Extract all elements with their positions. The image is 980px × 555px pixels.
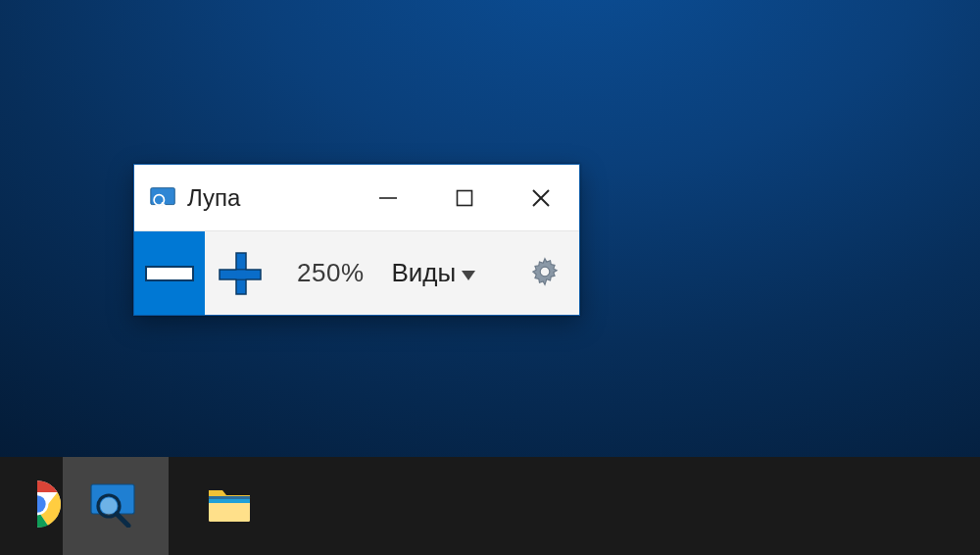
svg-point-15 xyxy=(28,495,45,512)
taskbar-item-magnifier[interactable] xyxy=(63,457,169,555)
maximize-button[interactable] xyxy=(426,165,503,230)
magnifier-toolbar: 250% Виды xyxy=(134,231,579,315)
svg-rect-22 xyxy=(209,496,250,499)
desktop-background[interactable]: Лупа xyxy=(0,0,980,555)
svg-rect-9 xyxy=(237,270,246,278)
zoom-out-button[interactable] xyxy=(134,231,205,315)
svg-point-18 xyxy=(101,498,118,515)
zoom-level-label: 250% xyxy=(297,258,365,288)
folder-icon xyxy=(205,482,254,530)
zoom-in-button[interactable] xyxy=(205,231,275,315)
minimize-button[interactable] xyxy=(350,165,426,230)
close-button[interactable] xyxy=(503,165,579,230)
svg-line-19 xyxy=(117,514,128,526)
magnifier-taskbar-icon xyxy=(87,480,144,531)
chrome-icon xyxy=(12,479,63,533)
title-bar[interactable]: Лупа xyxy=(134,165,579,231)
gear-icon xyxy=(528,255,562,292)
views-dropdown-label: Виды xyxy=(392,258,457,288)
taskbar[interactable] xyxy=(0,457,980,555)
dropdown-caret-icon xyxy=(462,271,475,280)
svg-point-11 xyxy=(540,267,550,277)
views-dropdown[interactable]: Виды xyxy=(392,258,476,288)
taskbar-item-chrome[interactable] xyxy=(0,457,55,555)
plus-icon xyxy=(214,247,267,300)
magnifier-window: Лупа xyxy=(133,164,580,316)
magnifier-app-icon xyxy=(148,186,179,210)
settings-button[interactable] xyxy=(511,231,579,315)
taskbar-item-file-explorer[interactable] xyxy=(176,457,282,555)
minus-icon xyxy=(145,266,194,281)
window-title: Лупа xyxy=(187,184,240,212)
svg-rect-4 xyxy=(458,190,472,205)
